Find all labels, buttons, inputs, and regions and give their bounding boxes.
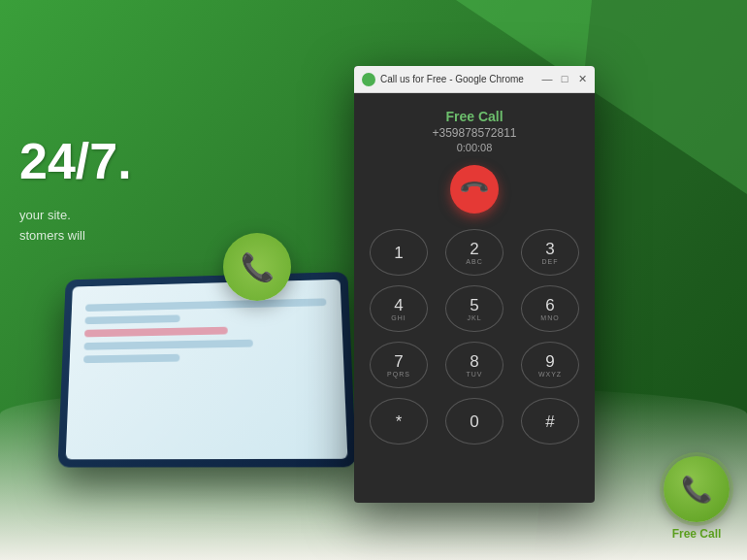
key-letters: WXYZ [538,371,562,378]
dialer-timer: 0:00:08 [457,142,493,153]
tablet-screen [66,280,348,460]
screen-content [83,298,329,369]
dial-key-9[interactable]: 9WXYZ [521,342,579,388]
dialpad: 12ABC3DEF4GHI5JKL6MNO7PQRS8TUV9WXYZ*0# [366,229,583,445]
dial-key-8[interactable]: 8TUV [445,342,503,388]
key-number: # [545,413,554,430]
dial-key-7[interactable]: 7PQRS [370,342,428,388]
key-letters: ABC [466,258,482,265]
screen-line-3 [84,327,228,338]
dialer-title: Free Call [445,109,503,124]
maximize-button[interactable]: □ [560,75,569,84]
dialer-body: Free Call +359878572811 0:00:08 📞 12ABC3… [354,93,595,456]
key-number: 4 [394,297,403,313]
key-number: 8 [470,353,478,370]
tablet-illustration [58,272,359,495]
key-number: 6 [545,297,554,313]
free-call-circle: 📞 [664,456,730,522]
dial-key-5[interactable]: 5JKL [445,285,503,332]
key-number: * [396,413,403,430]
key-number: 7 [394,353,403,370]
dialer-number: +359878572811 [432,126,516,140]
key-number: 3 [545,241,554,257]
dial-key-2[interactable]: 2ABC [445,229,503,276]
hangup-icon: 📞 [458,173,492,207]
dial-key-6[interactable]: 6MNO [521,285,579,332]
free-call-button[interactable]: 📞 Free Call [664,456,730,541]
hangup-button[interactable]: 📞 [450,165,499,214]
key-letters: GHI [391,314,406,321]
key-number: 5 [470,297,478,313]
chrome-title: Call us for Free - Google Chrome [380,74,542,84]
key-letters: DEF [542,258,559,265]
key-letters: PQRS [387,371,410,378]
dial-key-1[interactable]: 1 [370,229,428,276]
screen-line-1 [85,298,327,312]
minimize-button[interactable]: — [542,75,552,84]
chrome-controls: — □ ✕ [542,75,587,84]
headline: 24/7. [19,136,132,186]
screen-line-4 [84,340,253,350]
screen-line-2 [84,314,179,324]
phone-float-icon[interactable]: 📞 [223,233,291,301]
close-button[interactable]: ✕ [577,75,587,84]
key-letters: TUV [467,371,483,378]
dial-key-3[interactable]: 3DEF [521,229,579,276]
subtext: your site. stomers will [19,206,132,247]
key-number: 0 [470,413,478,430]
free-call-phone-icon: 📞 [681,475,712,505]
key-number: 1 [394,245,403,261]
key-letters: MNO [540,314,559,321]
dial-key-0[interactable]: 0 [445,398,503,445]
dial-key-*[interactable]: * [370,398,428,445]
key-number: 2 [470,241,478,257]
phone-icon: 📞 [241,251,275,283]
key-letters: JKL [467,314,481,321]
chrome-titlebar: Call us for Free - Google Chrome — □ ✕ [354,66,595,93]
free-call-label: Free Call [672,527,722,541]
tablet-body [57,272,356,468]
dial-key-4[interactable]: 4GHI [370,285,428,332]
chrome-window: Call us for Free - Google Chrome — □ ✕ F… [354,66,595,503]
dial-key-#[interactable]: # [521,398,579,445]
key-number: 9 [545,353,554,370]
chrome-favicon [362,73,375,86]
left-content: 24/7. your site. stomers will [19,136,132,247]
screen-line-5 [83,354,179,363]
